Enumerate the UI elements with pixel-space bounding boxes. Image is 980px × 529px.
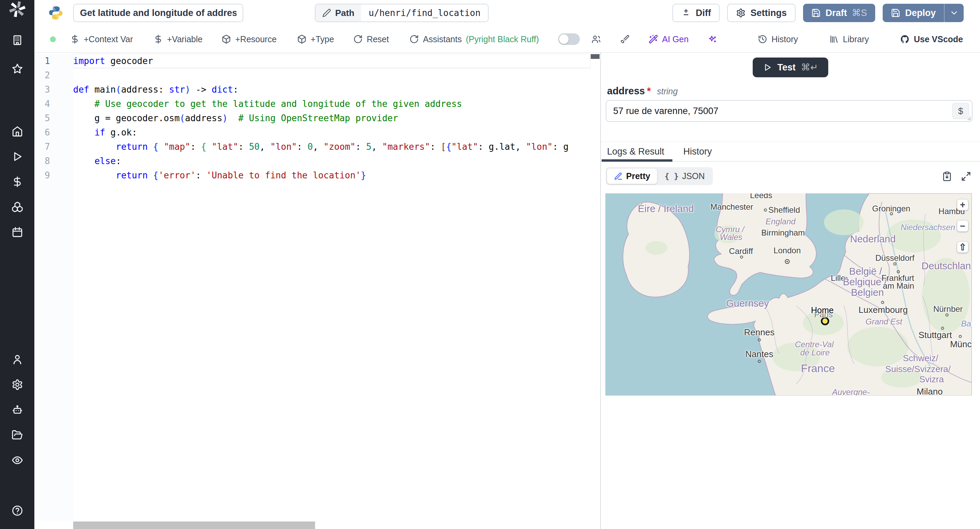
language-status-dot	[50, 37, 56, 42]
workspace-building-icon[interactable]	[10, 33, 25, 48]
windmill-logo[interactable]	[0, 0, 34, 18]
map-zoom-out-button[interactable]: −	[957, 221, 968, 231]
top-bar: Path u/henri/find_location Diff Settings…	[34, 0, 980, 26]
diff-button[interactable]: Diff	[672, 4, 720, 22]
user-account-icon[interactable]	[10, 352, 25, 367]
map-label: Nürnber	[933, 304, 963, 314]
map-label: Nederland	[850, 233, 896, 244]
variables-dollar-icon[interactable]	[10, 174, 25, 189]
line-number: 2	[34, 68, 73, 82]
editor-vertical-scrollbar[interactable]	[591, 54, 600, 59]
map-label: Düsseldorf	[875, 253, 914, 263]
reset-button[interactable]: Reset	[353, 34, 389, 44]
add-variable-button[interactable]: +Variable	[153, 34, 202, 44]
map-label: Luxembourg	[859, 304, 908, 315]
add-type-button[interactable]: +Type	[297, 34, 334, 44]
workers-bot-icon[interactable]	[10, 402, 25, 417]
schedules-calendar-icon[interactable]	[10, 225, 25, 240]
add-resource-button[interactable]: +Resource	[221, 34, 277, 44]
code-line[interactable]: # Use geocoder to get the latitude and l…	[73, 97, 591, 111]
map-label: Milano	[917, 386, 943, 395]
map-label: Svizra	[919, 374, 943, 385]
map-label: Leeds	[750, 193, 772, 200]
assistants-button[interactable]: Assistants (Pyright Black Ruff)	[409, 34, 539, 44]
expand-icon[interactable]	[961, 171, 971, 182]
deploy-menu-button[interactable]	[944, 4, 964, 22]
format-brush-icon[interactable]	[620, 34, 630, 44]
path-widget[interactable]: Path u/henri/find_location	[315, 4, 488, 22]
map-label: Belgique /	[843, 276, 887, 287]
gutter: 123456789	[34, 54, 73, 521]
settings-gear-icon[interactable]	[10, 377, 25, 392]
home-icon[interactable]	[10, 124, 25, 139]
json-toggle[interactable]: { } JSON	[658, 169, 711, 184]
add-context-var-button[interactable]: +Context Var	[70, 34, 133, 44]
windmill-pinwheel-icon	[8, 0, 26, 18]
map-zoom-in-button[interactable]: +	[957, 199, 968, 210]
settings-button[interactable]: Settings	[727, 4, 795, 22]
deploy-button[interactable]: Deploy	[883, 4, 944, 22]
map-locate-button[interactable]: ⇧	[957, 242, 968, 253]
path-label: Path	[335, 8, 354, 18]
map-label: Home	[811, 305, 834, 315]
code-line[interactable]: else:	[73, 154, 591, 168]
help-question-icon[interactable]	[10, 503, 25, 518]
address-input[interactable]	[606, 101, 972, 121]
code-line[interactable]	[73, 68, 591, 82]
deploy-split-button: Deploy	[883, 4, 964, 22]
main-area: Path u/henri/find_location Diff Settings…	[34, 0, 980, 529]
library-button[interactable]: Library	[829, 34, 869, 44]
editor-toolbar: +Context Var +Variable +Resource +Type R…	[34, 26, 980, 53]
resize-handle[interactable]	[966, 115, 971, 121]
folders-icon[interactable]	[10, 427, 25, 443]
tab-logs-result[interactable]: Logs & Result	[607, 142, 664, 161]
sparkles-icon[interactable]	[708, 34, 717, 44]
audit-eye-icon[interactable]	[10, 453, 25, 468]
history-button[interactable]: History	[758, 34, 798, 44]
test-run-button[interactable]: Test ⌘↵	[753, 57, 828, 77]
chevron-down-icon	[950, 8, 959, 18]
save-draft-button[interactable]: Draft ⌘S	[803, 4, 875, 22]
line-number: 8	[34, 154, 73, 168]
map-label: France	[801, 362, 835, 374]
copy-clipboard-icon[interactable]	[942, 171, 952, 182]
resources-boxes-icon[interactable]	[10, 199, 25, 215]
arg-type-label: string	[657, 86, 678, 96]
library-icon	[829, 34, 839, 44]
package-icon	[297, 34, 307, 44]
result-map[interactable]: LeedsÉire / IrelandManchesterSheffieldEn…	[605, 193, 972, 395]
map-label: England	[765, 217, 795, 226]
line-number: 9	[34, 168, 73, 182]
line-number: 1	[34, 54, 73, 68]
code-line[interactable]: return {'error': 'Unable to find the loc…	[73, 168, 591, 182]
code-line[interactable]: return { "map": { "lat": 50, "lon": 0, "…	[73, 140, 591, 154]
map-label: Grand Est	[865, 317, 902, 327]
use-vscode-button[interactable]: Use VScode	[900, 34, 963, 44]
path-edit[interactable]: Path	[315, 5, 361, 21]
map-label: Manchester	[711, 202, 753, 212]
tab-history[interactable]: History	[683, 142, 712, 161]
ai-gen-button[interactable]: AI Gen	[649, 34, 689, 44]
code-lines[interactable]: import geocoderdef main(address: str) ->…	[73, 54, 591, 182]
map-label: Guernsey	[726, 298, 769, 309]
editor-horizontal-scrollbar[interactable]	[73, 521, 315, 529]
package-icon	[221, 34, 231, 44]
favorites-star-icon[interactable]	[10, 61, 25, 76]
code-editor[interactable]: 123456789 import geocoderdef main(addres…	[34, 53, 601, 529]
multiplayer-toggle[interactable]	[558, 33, 580, 45]
code-line[interactable]: g = geocoder.osm(address) # Using OpenSt…	[73, 111, 591, 125]
code-line[interactable]: def main(address: str) -> dict:	[73, 82, 591, 97]
pen-icon	[614, 172, 623, 181]
line-number: 4	[34, 97, 73, 111]
script-name-input[interactable]	[73, 4, 243, 22]
code-line[interactable]: import geocoder	[73, 54, 591, 68]
map-label: Sheffield	[768, 205, 800, 215]
code-line[interactable]: if g.ok:	[73, 125, 591, 140]
line-number: 6	[34, 125, 73, 140]
runs-play-icon[interactable]	[10, 149, 25, 164]
map-label: Cardiff	[729, 247, 753, 256]
pretty-toggle[interactable]: Pretty	[607, 169, 657, 184]
draft-shortcut: ⌘S	[852, 8, 867, 18]
map-label: am Main	[883, 281, 914, 291]
multiplayer-users-icon[interactable]	[592, 34, 601, 44]
